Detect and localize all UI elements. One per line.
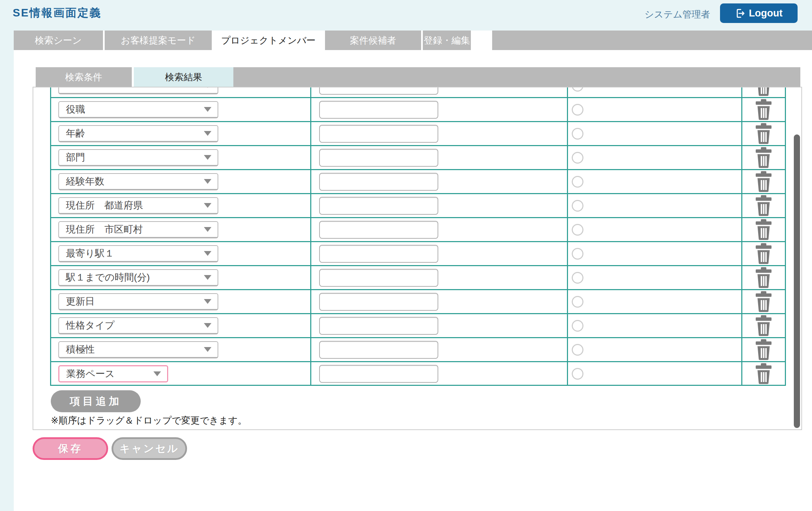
default-sort-radio[interactable]: [572, 200, 583, 212]
trash-icon[interactable]: [754, 123, 773, 144]
field-value-input[interactable]: [319, 293, 438, 311]
default-sort-radio[interactable]: [572, 248, 583, 260]
tab-search-scene[interactable]: 検索シーン: [14, 31, 103, 50]
subtab-search-results[interactable]: 検索結果: [134, 67, 233, 87]
trash-icon[interactable]: [754, 219, 773, 240]
field-value-input[interactable]: [319, 365, 438, 383]
field-select-value: 部門: [66, 151, 85, 164]
caret-down-icon: [204, 347, 211, 352]
trash-icon[interactable]: [754, 243, 773, 264]
field-value-input[interactable]: [319, 269, 438, 287]
field-select-value: 駅１までの時間(分): [66, 271, 150, 284]
field-select[interactable]: 最寄り駅１: [58, 245, 218, 262]
trash-icon[interactable]: [754, 267, 773, 288]
field-value-input[interactable]: [319, 317, 438, 335]
table-row: 駅１までの時間(分): [51, 265, 785, 289]
field-select-value: 積極性: [66, 343, 95, 356]
field-select-value: 最寄り駅１: [66, 247, 114, 260]
default-sort-radio[interactable]: [572, 104, 583, 116]
subtabbar-filler: [233, 67, 800, 87]
main-tabbar: 検索シーン お客様提案モード プロジェクトメンバー 案件候補者 登録・編集: [14, 31, 812, 50]
logout-label: Logout: [749, 8, 782, 19]
default-sort-radio[interactable]: [572, 368, 583, 380]
default-sort-radio[interactable]: [572, 344, 583, 356]
logout-button[interactable]: Logout: [720, 3, 798, 23]
caret-down-icon: [204, 251, 211, 256]
field-value-input[interactable]: [319, 245, 438, 263]
caret-down-icon: [204, 323, 211, 328]
field-value-input[interactable]: [319, 341, 438, 359]
save-button[interactable]: 保存: [33, 437, 108, 460]
caret-down-icon: [204, 107, 211, 112]
field-select-value: 業務ペース: [66, 367, 115, 380]
default-sort-radio[interactable]: [572, 128, 583, 140]
table-row: 年齢: [51, 121, 785, 145]
caret-down-icon: [204, 203, 211, 208]
default-sort-radio[interactable]: [572, 176, 583, 188]
field-select[interactable]: 性格タイプ: [58, 317, 218, 334]
caret-down-icon: [204, 179, 211, 184]
cancel-button[interactable]: キャンセル: [112, 437, 187, 460]
trash-icon[interactable]: [754, 99, 773, 120]
tab-customer-proposal-mode[interactable]: お客様提案モード: [105, 31, 212, 50]
default-sort-radio[interactable]: [572, 224, 583, 236]
trash-icon[interactable]: [754, 315, 773, 336]
field-select-value: 現住所 都道府県: [66, 199, 143, 212]
page-title: SE情報画面定義: [13, 5, 102, 21]
field-value-input[interactable]: [319, 101, 438, 119]
subtab-search-conditions[interactable]: 検索条件: [36, 67, 132, 87]
field-select[interactable]: 役職: [58, 101, 218, 118]
field-select-value: 性格タイプ: [66, 319, 115, 332]
default-sort-radio[interactable]: [572, 296, 583, 308]
trash-icon[interactable]: [754, 291, 773, 312]
field-value-input[interactable]: [319, 87, 438, 95]
field-select[interactable]: 更新日: [58, 293, 218, 310]
field-value-input[interactable]: [319, 197, 438, 215]
caret-down-icon: [204, 87, 211, 88]
field-value-input[interactable]: [319, 125, 438, 143]
tab-candidate[interactable]: 案件候補者: [325, 31, 421, 50]
trash-icon[interactable]: [754, 171, 773, 192]
field-select[interactable]: 積極性: [58, 341, 218, 358]
default-sort-radio[interactable]: [572, 320, 583, 332]
field-select[interactable]: 経験年数: [58, 173, 218, 190]
tab-register-edit[interactable]: 登録・編集: [423, 31, 471, 50]
table-row-highlighted: 業務ペース: [51, 361, 785, 385]
add-item-button[interactable]: 項目追加: [51, 390, 141, 412]
trash-icon[interactable]: [754, 147, 773, 168]
field-select[interactable]: [58, 87, 218, 94]
field-value-input[interactable]: [319, 173, 438, 191]
tabbar-filler: [492, 31, 812, 50]
field-select[interactable]: 業務ペース: [58, 365, 168, 382]
table-row: 積極性: [51, 337, 785, 361]
field-select[interactable]: 現住所 市区町村: [58, 221, 218, 238]
default-sort-radio[interactable]: [572, 152, 583, 164]
default-sort-radio[interactable]: [572, 272, 583, 284]
sub-tabbar: 検索条件 検索結果: [36, 67, 800, 87]
drag-drop-hint: ※順序はドラッグ＆ドロップで変更できます。: [51, 414, 247, 427]
trash-icon[interactable]: [754, 87, 773, 96]
field-definition-table: 役職 年齢 部門 経験年数: [50, 87, 786, 386]
default-sort-radio[interactable]: [572, 87, 583, 92]
field-select-value: 更新日: [66, 295, 95, 308]
field-select-value: 経験年数: [66, 175, 104, 188]
trash-icon[interactable]: [754, 339, 773, 360]
field-select-value: 年齢: [66, 127, 85, 140]
vertical-scrollbar-thumb[interactable]: [794, 134, 800, 428]
field-select[interactable]: 駅１までの時間(分): [58, 269, 218, 286]
tab-project-member[interactable]: プロジェクトメンバー: [212, 31, 325, 50]
table-row-partial: [51, 87, 785, 97]
screen: SE情報画面定義 システム管理者 Logout 検索シーン お客様提案モード プ…: [0, 0, 812, 511]
caret-down-icon: [204, 275, 211, 280]
field-select[interactable]: 現住所 都道府県: [58, 197, 218, 214]
field-value-input[interactable]: [319, 221, 438, 239]
field-value-input[interactable]: [319, 149, 438, 167]
table-row: 現住所 都道府県: [51, 193, 785, 217]
logout-icon: [735, 8, 745, 19]
field-select[interactable]: 年齢: [58, 125, 218, 142]
table-row: 性格タイプ: [51, 313, 785, 337]
field-select[interactable]: 部門: [58, 149, 218, 166]
trash-icon[interactable]: [754, 195, 773, 216]
table-row: 部門: [51, 145, 785, 169]
trash-icon[interactable]: [754, 363, 773, 384]
